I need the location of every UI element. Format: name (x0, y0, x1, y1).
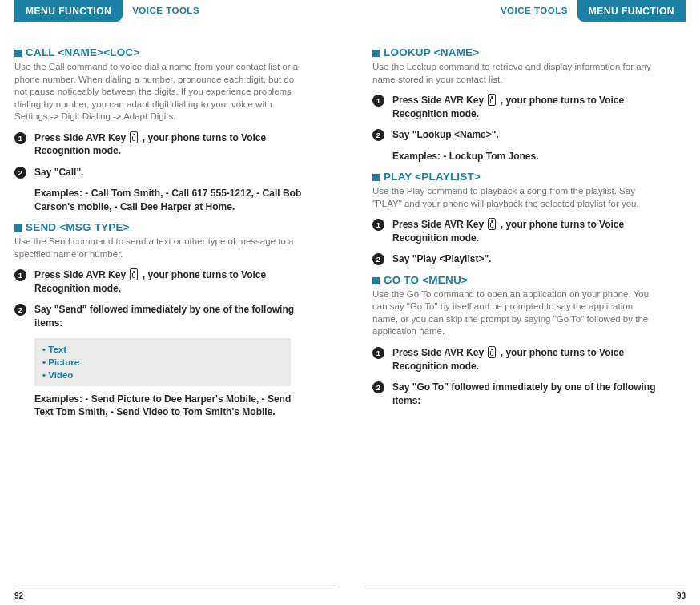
footer-rule (14, 587, 336, 587)
menu-function-tab: MENU FUNCTION (577, 0, 686, 22)
page-left: MENU FUNCTION VOICE TOOLS CALL <NAME><LO… (0, 0, 350, 605)
section-call-head: CALL <NAME><LOC> (14, 46, 328, 58)
play-step-1: 1 Press Side AVR Key , your phone turns … (372, 218, 661, 244)
call-step-2: 2 Say "Call". (14, 166, 303, 179)
section-send-head: SEND <MSG TYPE> (14, 221, 328, 233)
send-step-2-text: Say "Send" followed immediately by one o… (34, 303, 303, 329)
send-option-video: Video (42, 369, 283, 381)
section-lookup-title: LOOKUP <NAME> (384, 46, 479, 58)
step-text-a: Press Side AVR Key (34, 269, 128, 280)
send-option-picture: Picture (42, 356, 283, 369)
lookup-step-1-text: Press Side AVR Key , your phone turns to… (392, 94, 661, 120)
step-text-a: Press Side AVR Key (392, 219, 486, 230)
square-bullet-icon (14, 50, 22, 57)
send-step-1-text: Press Side AVR Key , your phone turns to… (34, 268, 303, 295)
section-play-title: PLAY <PLAYLIST> (384, 171, 481, 183)
breadcrumb-voice-tools: VOICE TOOLS (491, 0, 577, 15)
menu-function-tab: MENU FUNCTION (14, 0, 123, 22)
section-play-desc: Use the Play command to playback a song … (372, 185, 661, 210)
section-call-title: CALL <NAME><LOC> (26, 46, 139, 58)
goto-step-1-text: Press Side AVR Key , your phone turns to… (392, 346, 661, 373)
step-number-icon: 1 (372, 95, 384, 107)
lookup-step-1: 1 Press Side AVR Key , your phone turns … (372, 94, 661, 120)
section-goto-head: GO TO <MENU> (372, 274, 686, 286)
goto-step-1: 1 Press Side AVR Key , your phone turns … (372, 346, 661, 373)
header-left: MENU FUNCTION VOICE TOOLS (14, 0, 328, 26)
square-bullet-icon (372, 174, 380, 181)
lookup-step-2-text: Say "Lookup <Name>". (392, 128, 499, 142)
page-right: VOICE TOOLS MENU FUNCTION LOOKUP <NAME> … (350, 0, 700, 605)
call-step-2-text: Say "Call". (34, 166, 83, 179)
step-number-icon: 2 (372, 253, 384, 265)
call-step-1: 1 Press Side AVR Key , your phone turns … (14, 131, 303, 158)
lookup-examples: Examples: - Lockup Tom Jones. (392, 150, 661, 163)
step-text-a: Press Side AVR Key (34, 132, 128, 143)
send-step-2: 2 Say "Send" followed immediately by one… (14, 303, 303, 329)
header-right: VOICE TOOLS MENU FUNCTION (372, 0, 686, 26)
section-play-head: PLAY <PLAYLIST> (372, 171, 686, 183)
section-goto-title: GO TO <MENU> (384, 274, 468, 286)
step-number-icon: 1 (14, 132, 26, 144)
step-text-a: Press Side AVR Key (392, 347, 486, 358)
send-step-1: 1 Press Side AVR Key , your phone turns … (14, 268, 303, 295)
step-number-icon: 1 (372, 347, 384, 359)
play-step-2-text: Say "Play <Playlist>". (392, 252, 491, 266)
avr-key-icon (488, 94, 496, 106)
step-number-icon: 1 (372, 219, 384, 231)
goto-step-2-text: Say "Go To" followed immediately by one … (392, 381, 661, 407)
send-options-box: Text Picture Video (34, 338, 291, 386)
call-step-1-text: Press Side AVR Key , your phone turns to… (34, 131, 303, 158)
section-call-desc: Use the Call command to voice dial a nam… (14, 61, 303, 123)
lookup-step-2: 2 Say "Lookup <Name>". (372, 128, 661, 142)
play-step-1-text: Press Side AVR Key , your phone turns to… (392, 218, 661, 244)
section-lookup-desc: Use the Lockup command to retrieve and d… (372, 61, 661, 86)
avr-key-icon (488, 346, 496, 358)
send-option-text: Text (42, 343, 283, 356)
section-send-desc: Use the Send command to send a text or o… (14, 236, 303, 260)
step-number-icon: 2 (372, 381, 384, 393)
page-spread: MENU FUNCTION VOICE TOOLS CALL <NAME><LO… (0, 0, 700, 605)
avr-key-icon (488, 218, 496, 230)
square-bullet-icon (14, 224, 22, 232)
step-number-icon: 2 (372, 129, 384, 141)
avr-key-icon (130, 131, 138, 143)
goto-step-2: 2 Say "Go To" followed immediately by on… (372, 381, 661, 407)
footer-rule (364, 587, 686, 587)
page-number-left: 92 (14, 591, 23, 600)
breadcrumb-voice-tools: VOICE TOOLS (123, 0, 209, 15)
step-text-a: Press Side AVR Key (392, 95, 486, 106)
avr-key-icon (130, 268, 138, 280)
play-step-2: 2 Say "Play <Playlist>". (372, 252, 661, 266)
section-goto-desc: Use the Go To command to open an applica… (372, 288, 661, 338)
section-lookup-head: LOOKUP <NAME> (372, 46, 686, 58)
step-number-icon: 2 (14, 167, 26, 179)
step-number-icon: 2 (14, 304, 26, 316)
page-number-right: 93 (677, 591, 686, 600)
step-number-icon: 1 (14, 269, 26, 281)
call-examples: Examples: - Call Tom Smith, - Call 617 5… (34, 187, 303, 213)
square-bullet-icon (372, 50, 380, 57)
section-send-title: SEND <MSG TYPE> (26, 221, 130, 233)
send-examples: Examples: - Send Picture to Dee Harper's… (34, 393, 303, 419)
square-bullet-icon (372, 277, 380, 284)
